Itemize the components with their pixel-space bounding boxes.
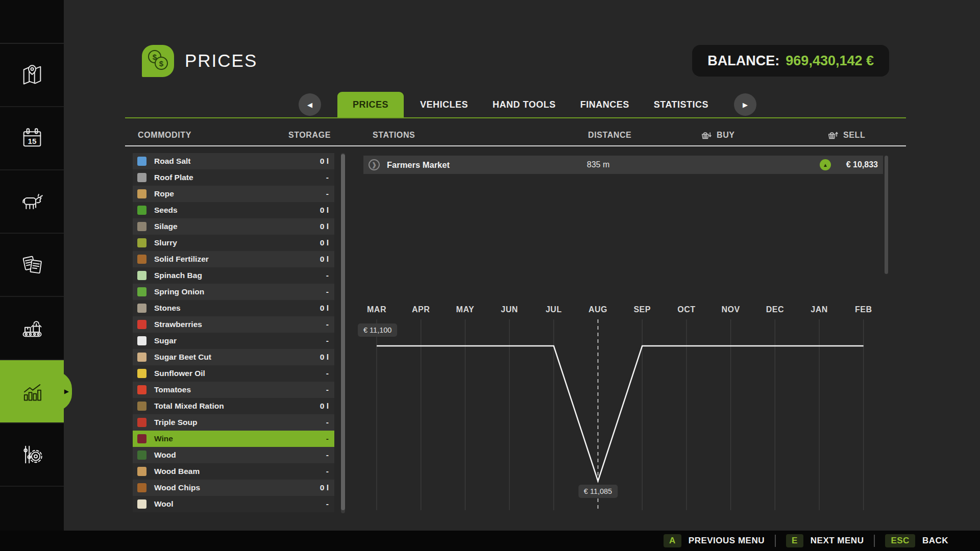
- commodity-storage: -: [326, 467, 334, 476]
- commodity-row[interactable]: Wine -: [133, 431, 334, 447]
- commodity-icon: [137, 353, 146, 362]
- commodity-row[interactable]: Strawberries -: [133, 316, 334, 333]
- commodity-storage: -: [326, 499, 334, 509]
- cow-icon: [18, 187, 46, 216]
- commodity-row[interactable]: Spring Onion -: [133, 284, 334, 300]
- commodity-name: Road Salt: [154, 157, 190, 166]
- station-name: Farmers Market: [387, 160, 450, 170]
- commodity-name: Triple Soup: [154, 418, 197, 427]
- commodity-row[interactable]: Solid Fertilizer 0 l: [133, 251, 334, 267]
- commodity-row[interactable]: Sugar -: [133, 333, 334, 349]
- chart-min-price-tag: € 11,085: [578, 485, 618, 498]
- svg-text:$: $: [159, 59, 164, 68]
- contracts-icon: [18, 251, 46, 279]
- commodity-row[interactable]: Triple Soup -: [133, 414, 334, 431]
- basket-sell-icon: [827, 131, 839, 140]
- commodity-row[interactable]: Rope -: [133, 186, 334, 202]
- sidebar-item-settings[interactable]: [0, 423, 64, 487]
- sidebar: 15: [0, 0, 64, 551]
- station-row[interactable]: ❱ Farmers Market 835 m ▲ € 10,833: [363, 156, 883, 174]
- commodity-row[interactable]: Wood Beam -: [133, 463, 334, 480]
- key-badge-a: A: [664, 534, 681, 547]
- column-buy: BUY: [701, 131, 735, 140]
- commodity-row[interactable]: Spinach Bag -: [133, 267, 334, 284]
- commodity-row[interactable]: Stones 0 l: [133, 300, 334, 316]
- commodity-row[interactable]: Slurry 0 l: [133, 235, 334, 251]
- commodity-row[interactable]: Roof Plate -: [133, 169, 334, 186]
- svg-text:JUL: JUL: [546, 305, 562, 314]
- commodity-storage: -: [326, 271, 334, 280]
- tab-prices[interactable]: PRICES: [337, 92, 404, 117]
- commodity-row[interactable]: Total Mixed Ration 0 l: [133, 398, 334, 414]
- column-distance: DISTANCE: [588, 131, 631, 140]
- commodity-icon: [137, 434, 146, 443]
- commodity-name: Wine: [154, 434, 173, 443]
- hint-previous-menu[interactable]: A PREVIOUS MENU: [664, 534, 765, 547]
- sidebar-item-statistics[interactable]: ▶: [0, 360, 64, 423]
- commodity-icon: [137, 499, 146, 509]
- prices-screen: 15: [0, 0, 980, 551]
- commodity-row[interactable]: Road Salt 0 l: [133, 153, 334, 169]
- svg-text:DEC: DEC: [766, 305, 784, 314]
- commodity-row[interactable]: Sunflower Oil -: [133, 365, 334, 382]
- svg-text:MAR: MAR: [367, 305, 386, 314]
- commodity-name: Wool: [154, 499, 174, 509]
- sidebar-spacer: [0, 0, 64, 44]
- commodity-name: Rope: [154, 189, 174, 198]
- svg-text:APR: APR: [412, 305, 430, 314]
- commodity-icon: [137, 304, 146, 313]
- tab-hand-tools[interactable]: HAND TOOLS: [480, 92, 568, 117]
- commodity-scrollbar-track: [341, 153, 345, 513]
- commodity-row[interactable]: Sugar Beet Cut 0 l: [133, 349, 334, 365]
- commodity-name: Spring Onion: [154, 287, 204, 296]
- commodity-storage: 0 l: [320, 222, 334, 231]
- key-badge-e: E: [786, 534, 803, 547]
- sidebar-item-map[interactable]: [0, 44, 64, 107]
- commodity-icon: [137, 189, 146, 198]
- commodity-row[interactable]: Wood Chips 0 l: [133, 480, 334, 496]
- column-storage: STORAGE: [255, 131, 331, 140]
- commodity-name: Spinach Bag: [154, 271, 202, 280]
- commodity-icon: [137, 385, 146, 394]
- commodity-storage: 0 l: [320, 353, 334, 362]
- sidebar-item-contracts[interactable]: [0, 234, 64, 297]
- commodity-icon: [137, 255, 146, 264]
- sidebar-item-production[interactable]: [0, 297, 64, 360]
- commodity-storage: -: [326, 369, 334, 378]
- sidebar-item-animals[interactable]: [0, 170, 64, 234]
- tab-finances[interactable]: FINANCES: [568, 92, 642, 117]
- tabs-next-button[interactable]: ▶: [734, 93, 756, 116]
- commodity-storage: -: [326, 320, 334, 329]
- svg-text:JAN: JAN: [811, 305, 828, 314]
- chart-max-price-tag: € 11,100: [358, 323, 397, 337]
- hint-back[interactable]: ESC BACK: [885, 534, 948, 547]
- tab-statistics[interactable]: STATISTICS: [642, 92, 721, 117]
- tab-bar: ◀ PRICES VEHICLES HAND TOOLS FINANCES ST…: [299, 92, 756, 117]
- commodity-row[interactable]: Tomatoes -: [133, 382, 334, 398]
- commodity-name: Wood: [154, 450, 176, 460]
- commodity-storage: 0 l: [320, 402, 334, 411]
- stations-scrollbar-thumb[interactable]: [885, 156, 888, 274]
- commodity-name: Stones: [154, 304, 181, 313]
- tabs-prev-button[interactable]: ◀: [299, 93, 321, 116]
- price-chart-canvas: MARAPRMAYJUNJULAUGSEPOCTNOVDECJANFEB: [355, 300, 888, 516]
- commodity-icon: [137, 157, 146, 166]
- sidebar-item-calendar[interactable]: 15: [0, 107, 64, 170]
- svg-text:NOV: NOV: [722, 305, 740, 314]
- svg-text:15: 15: [28, 137, 36, 145]
- commodity-icon: [137, 467, 146, 476]
- commodity-name: Solid Fertilizer: [154, 255, 209, 264]
- footer-hint-bar: A PREVIOUS MENU E NEXT MENU ESC BACK: [0, 531, 980, 551]
- commodity-name: Silage: [154, 222, 178, 231]
- key-badge-esc: ESC: [885, 534, 915, 547]
- commodity-icon: [137, 222, 146, 231]
- svg-text:SEP: SEP: [633, 305, 651, 314]
- commodity-row[interactable]: Wool -: [133, 496, 334, 512]
- hint-next-menu[interactable]: E NEXT MENU: [786, 534, 864, 547]
- commodity-row[interactable]: Silage 0 l: [133, 218, 334, 235]
- commodity-row[interactable]: Seeds 0 l: [133, 202, 334, 218]
- tab-vehicles[interactable]: VEHICLES: [408, 92, 480, 117]
- commodity-scrollbar-thumb[interactable]: [341, 154, 345, 510]
- commodity-row[interactable]: Wood -: [133, 447, 334, 463]
- commodity-list: Road Salt 0 l Roof Plate - Rope - Seeds …: [133, 153, 334, 512]
